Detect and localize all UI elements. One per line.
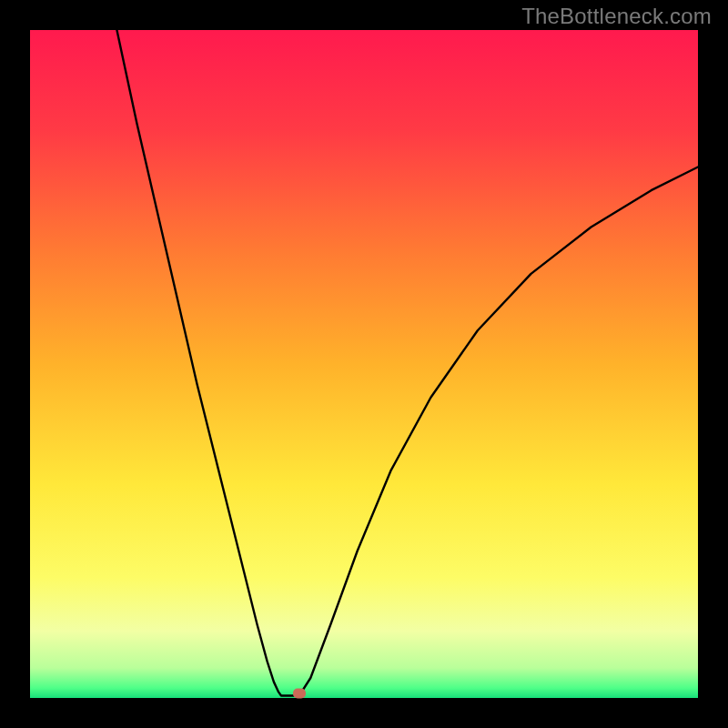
chart-frame: TheBottleneck.com <box>0 0 728 728</box>
gradient-background <box>30 30 698 698</box>
plot-svg <box>30 30 698 698</box>
plot-area <box>30 30 698 698</box>
watermark-text: TheBottleneck.com <box>521 4 712 29</box>
optimum-marker <box>293 688 306 698</box>
